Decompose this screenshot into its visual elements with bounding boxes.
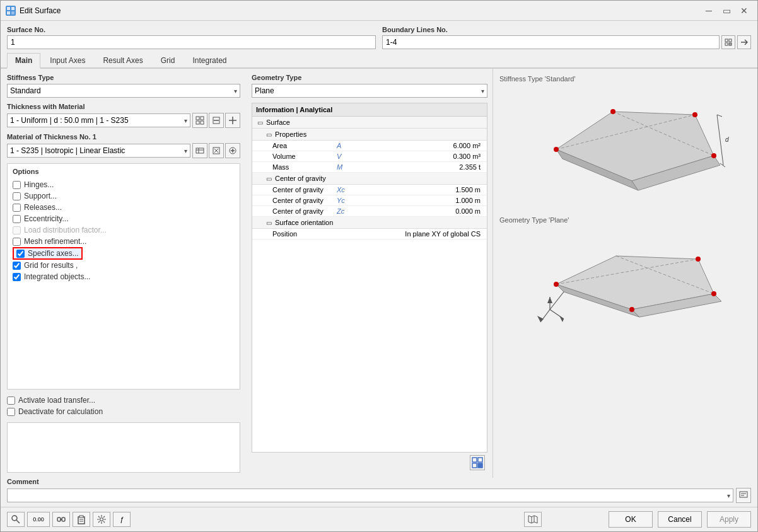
info-surface-row: ▭ Surface	[252, 117, 487, 129]
apply-button[interactable]: Apply	[707, 511, 751, 528]
info-cog-xc-symbol: Xc	[334, 185, 359, 195]
map-icon-btn[interactable]	[524, 512, 542, 527]
clipboard-btn[interactable]	[73, 512, 90, 527]
info-area-symbol: A	[334, 141, 359, 151]
boundary-icon-btn2[interactable]	[737, 35, 751, 49]
orientation-collapse-btn[interactable]: ▭	[265, 219, 272, 226]
function-btn[interactable]: ƒ	[113, 512, 131, 527]
info-cog-yc-symbol: Yc	[334, 195, 359, 205]
info-orientation-label: Surface orientation	[275, 219, 333, 226]
tab-result-axes[interactable]: Result Axes	[95, 53, 151, 67]
thickness-icon-btn2[interactable]	[209, 113, 224, 128]
surface-collapse-btn[interactable]: ▭	[256, 119, 264, 126]
svg-rect-63	[79, 516, 83, 518]
hinges-checkbox[interactable]	[13, 181, 21, 189]
material-dropdown[interactable]: 1 - S235 | Isotropic | Linear Elastic	[7, 144, 190, 158]
stiffness-type-dropdown[interactable]: Standard	[7, 84, 240, 98]
info-surface-label: Surface	[266, 119, 290, 126]
cancel-button[interactable]: Cancel	[658, 511, 702, 528]
info-cog-yc-value: 1.000 m	[359, 195, 487, 205]
boundary-lines-section: Boundary Lines No.	[382, 26, 751, 49]
edit-surface-window: Edit Surface ─ ▭ ✕ Surface No. Boundary …	[0, 0, 758, 532]
tab-input-axes[interactable]: Input Axes	[42, 53, 93, 67]
svg-rect-5	[729, 39, 732, 42]
releases-checkbox[interactable]	[13, 204, 21, 212]
deactivate-calc-label: Deactivate for calculation	[18, 407, 103, 416]
thickness-icon-btn3[interactable]	[225, 113, 240, 128]
svg-rect-61	[62, 518, 65, 521]
boundary-lines-label: Boundary Lines No.	[382, 26, 751, 33]
material-icon-group	[192, 143, 240, 158]
svg-rect-7	[729, 43, 732, 45]
integrated-objects-checkbox[interactable]	[13, 273, 21, 281]
shape-diagram-top: d	[499, 86, 751, 212]
boundary-icon-btn1[interactable]	[721, 35, 735, 49]
info-cog-xc-name: Center of gravity	[252, 185, 334, 195]
thickness-icon-btn1[interactable]	[192, 113, 207, 128]
svg-point-32	[610, 109, 615, 114]
stiffness-type-section: Stiffness Type Standard	[7, 74, 240, 98]
bottom-left-icons: 0.00	[7, 512, 542, 527]
value-display-btn[interactable]: 0.00	[27, 512, 50, 527]
maximize-button[interactable]: ▭	[718, 4, 735, 17]
info-position-row: Position In plane XY of global CS	[252, 229, 487, 240]
minimize-button[interactable]: ─	[701, 4, 717, 17]
comment-row	[7, 488, 751, 503]
deactivate-calc-checkbox[interactable]	[7, 408, 15, 416]
tab-integrated[interactable]: Integrated	[184, 53, 235, 67]
ok-button[interactable]: OK	[609, 511, 653, 528]
activate-load-checkbox[interactable]	[7, 396, 15, 405]
link-btn[interactable]	[52, 512, 70, 527]
surface-no-input[interactable]	[7, 35, 376, 49]
titlebar-left: Edit Surface	[6, 6, 61, 16]
info-position-value: In plane XY of global CS	[359, 229, 487, 239]
svg-text:d: d	[725, 136, 729, 143]
options2-section: Activate load transfer... Deactivate for…	[7, 395, 240, 417]
options-label: Options	[13, 168, 235, 175]
settings-toolbar-btn[interactable]	[93, 512, 110, 527]
info-volume-row: Volume V 0.300 m³	[252, 151, 487, 162]
svg-point-58	[12, 516, 17, 521]
top-section: Surface No. Boundary Lines No.	[1, 21, 757, 53]
svg-rect-4	[725, 39, 728, 42]
svg-rect-2	[7, 11, 10, 14]
search-toolbar-btn[interactable]	[7, 512, 25, 527]
material-icon-btn1[interactable]	[192, 143, 207, 158]
material-icon-btn2[interactable]	[209, 143, 224, 158]
comment-dropdown[interactable]	[7, 489, 733, 502]
properties-collapse-btn[interactable]: ▭	[265, 131, 272, 138]
svg-marker-50	[537, 316, 544, 322]
support-checkbox[interactable]	[13, 192, 21, 200]
info-header: Information | Analytical	[252, 103, 487, 117]
info-title: Information | Analytical	[256, 106, 332, 113]
thickness-material-section: Thickness with Material 1 - Uniform | d …	[7, 103, 240, 128]
svg-rect-24	[472, 463, 477, 468]
tab-main[interactable]: Main	[7, 53, 40, 69]
grid-display-btn[interactable]	[470, 455, 485, 470]
close-button[interactable]: ✕	[736, 4, 752, 17]
svg-rect-0	[7, 7, 10, 10]
geometry-type-dropdown[interactable]: Plane	[252, 84, 487, 98]
svg-rect-62	[78, 517, 85, 524]
boundary-lines-input[interactable]	[382, 35, 720, 49]
specific-axes-checkbox[interactable]	[16, 250, 25, 258]
eccentricity-checkbox[interactable]	[13, 215, 21, 223]
info-cog-label: Center of gravity	[275, 175, 326, 182]
options-section: Options Hinges... Support... Releases...…	[7, 163, 240, 390]
stiffness-type-info-label: Stiffness Type 'Standard'	[499, 75, 751, 83]
grid-results-checkbox[interactable]	[13, 262, 21, 270]
material-icon-btn3[interactable]	[225, 143, 240, 158]
svg-rect-11	[201, 121, 204, 124]
cog-collapse-btn[interactable]: ▭	[265, 175, 272, 182]
tabs-bar: Main Input Axes Result Axes Grid Integra…	[1, 53, 757, 69]
comment-icon-btn[interactable]	[736, 488, 751, 503]
thickness-dropdown[interactable]: 1 - Uniform | d : 50.0 mm | 1 - S235	[7, 113, 190, 127]
mesh-refinement-checkbox[interactable]	[13, 238, 21, 246]
checkbox-releases: Releases...	[13, 202, 235, 213]
svg-point-33	[692, 112, 697, 117]
tab-grid[interactable]: Grid	[153, 53, 184, 67]
svg-rect-10	[196, 121, 199, 124]
geometry-type-section: Geometry Type Plane	[252, 74, 487, 98]
comment-dropdown-wrapper	[7, 489, 733, 502]
bottom-right-icon-area	[524, 512, 542, 527]
